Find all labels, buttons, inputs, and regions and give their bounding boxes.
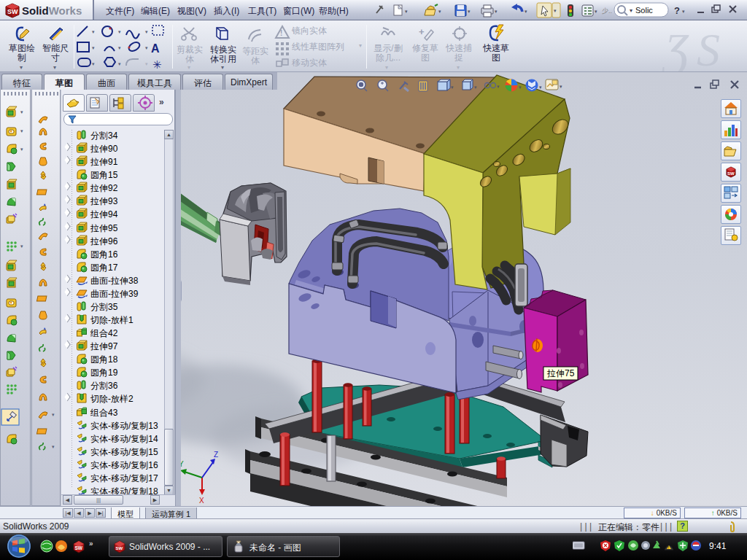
svg-text:▾: ▾: [20, 128, 23, 133]
svg-text:SW: SW: [7, 8, 18, 15]
svg-text:SW: SW: [116, 546, 123, 551]
svg-text:▾: ▾: [52, 412, 55, 417]
svg-text:▾: ▾: [118, 29, 121, 34]
svg-text:拉伸75: 拉伸75: [546, 368, 575, 378]
svg-text:▾: ▾: [145, 45, 148, 50]
svg-text:▾: ▾: [145, 29, 148, 34]
svg-text:▾: ▾: [92, 45, 95, 50]
svg-text:▾: ▾: [20, 147, 23, 152]
svg-text:SW: SW: [75, 545, 83, 551]
svg-text:S: S: [697, 24, 720, 71]
svg-text:A: A: [151, 42, 160, 55]
svg-text:▾: ▾: [630, 7, 632, 14]
svg-text:▾: ▾: [52, 444, 55, 449]
svg-text:▾: ▾: [20, 244, 23, 249]
svg-text:!: !: [280, 29, 282, 37]
svg-text:Solic: Solic: [635, 6, 653, 15]
svg-text:▾: ▾: [92, 29, 95, 34]
svg-text:▾: ▾: [468, 9, 471, 14]
svg-text:少..: 少..: [602, 7, 612, 15]
svg-text:▾: ▾: [118, 61, 121, 66]
svg-text:▾: ▾: [495, 9, 498, 14]
svg-text:▾: ▾: [20, 109, 23, 114]
svg-text:?: ?: [674, 5, 680, 16]
svg-text:Z: Z: [214, 451, 218, 459]
svg-text:▾: ▾: [92, 61, 95, 66]
svg-text:▾: ▾: [682, 9, 685, 14]
svg-text:▾: ▾: [145, 61, 148, 66]
svg-text:▾: ▾: [595, 9, 597, 14]
svg-text:▾: ▾: [438, 9, 441, 14]
svg-text:+: +: [419, 26, 425, 37]
svg-text:!: !: [668, 545, 669, 550]
svg-text:SolidWorks: SolidWorks: [22, 4, 82, 17]
svg-text:Ʒ: Ʒ: [661, 24, 689, 71]
svg-text:▾: ▾: [405, 9, 408, 14]
svg-text:X: X: [199, 497, 204, 505]
svg-text:▾: ▾: [118, 45, 121, 50]
svg-text:»: »: [89, 540, 93, 548]
svg-text:▾: ▾: [525, 9, 527, 14]
svg-text:▾: ▾: [554, 8, 557, 13]
svg-text:✳: ✳: [152, 58, 162, 70]
